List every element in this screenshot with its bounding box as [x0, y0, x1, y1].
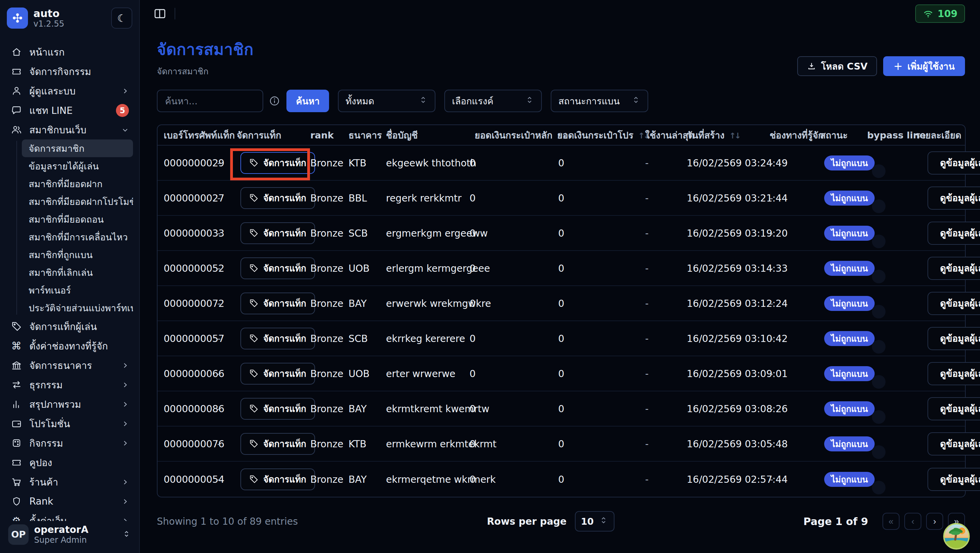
column-header[interactable]: ยอดเงินกระเป๋าโปร↑↓ — [557, 128, 649, 143]
column-header[interactable]: ยอดเงินกระเป๋าหลัก↑↓ — [475, 128, 568, 143]
sidebar-subitem[interactable]: สมาชิกที่มีการเคลื่อนไหว — [22, 228, 133, 246]
view-player-button[interactable]: ดูข้อมูลผู้เล่น — [928, 151, 980, 175]
app-identity: auto v1.2.55 — [33, 8, 106, 29]
cell-last-active: - — [645, 192, 649, 203]
sidebar-item[interactable]: จัดการกิจกรรม — [6, 62, 133, 81]
cell-details: ดูข้อมูลผู้เล่น — [928, 257, 980, 280]
cell-status: ไม่ถูกแบน — [824, 436, 875, 451]
sidebar-subitem[interactable]: ข้อมูลรายได้ผู้เล่น — [22, 157, 133, 175]
load-csv-button[interactable]: โหลด CSV — [797, 56, 877, 76]
island-widget[interactable] — [943, 523, 970, 550]
sidebar-item[interactable]: ธุรกรรม — [6, 375, 133, 394]
manage-tag-button[interactable]: จัดการแท็ก — [240, 327, 315, 350]
manage-tag-button[interactable]: จัดการแท็ก — [240, 363, 315, 385]
sidebar-item[interactable]: โปรโมชั่น — [6, 414, 133, 433]
sidebar-subitem[interactable]: จัดการสมาชิก — [22, 140, 133, 157]
sidebar-item-label: โปรโมชั่น — [29, 416, 115, 431]
view-player-button[interactable]: ดูข้อมูลผู้เล่น — [928, 292, 980, 315]
cell-last-active: - — [645, 157, 649, 168]
manage-tag-button[interactable]: จัดการแท็ก — [240, 433, 315, 455]
status-filter-select[interactable]: ทั้งหมด — [338, 90, 436, 112]
rows-per-page-select[interactable]: 10 — [575, 511, 614, 532]
view-player-button[interactable]: ดูข้อมูลผู้เล่น — [928, 397, 980, 420]
first-page-button[interactable]: « — [883, 513, 899, 530]
cell-details: ดูข้อมูลผู้เล่น — [928, 292, 980, 315]
sidebar-item[interactable]: สรุปภาพรวม — [6, 394, 133, 414]
user-menu[interactable]: OP operatorA Super Admin — [6, 521, 133, 548]
view-player-button[interactable]: ดูข้อมูลผู้เล่น — [928, 257, 980, 280]
manage-tag-button[interactable]: จัดการแท็ก — [240, 398, 315, 420]
cell-tag: - — [217, 368, 221, 379]
cell-bank: KTB — [348, 438, 367, 449]
sidebar-item[interactable]: Rank — [6, 492, 133, 511]
cell-tag: - — [217, 474, 221, 485]
ban-filter-select[interactable]: สถานะการแบน — [551, 90, 648, 112]
cell-wallet-main: 0 — [469, 368, 476, 379]
sort-icon[interactable]: ↑↓ — [729, 131, 740, 140]
sidebar-item-label: ตั้งค่าเว็บ — [29, 513, 115, 521]
rows-per-page: Rows per page 10 — [487, 511, 614, 532]
view-player-button[interactable]: ดูข้อมูลผู้เล่น — [928, 186, 980, 210]
manage-tag-button[interactable]: จัดการแท็ก — [240, 222, 315, 244]
cell-bank: SCB — [348, 227, 368, 238]
view-player-button[interactable]: ดูข้อมูลผู้เล่น — [928, 362, 980, 385]
view-player-button[interactable]: ดูข้อมูลผู้เล่น — [928, 468, 980, 491]
sidebar-item[interactable]: ⌘ตั้งค่าช่องทางที่รู้จัก — [6, 336, 133, 356]
status-badge: ไม่ถูกแบน — [824, 436, 875, 451]
cell-manage-tag: จัดการแท็ก — [240, 363, 315, 385]
view-player-button[interactable]: ดูข้อมูลผู้เล่น — [928, 222, 980, 245]
cell-account: ekrrkeg kererere — [386, 333, 465, 344]
sidebar-item[interactable]: แชท LINE5 — [6, 100, 133, 120]
sidebar-subitem[interactable]: สมาชิกที่มียอดฝาก — [22, 175, 133, 192]
info-icon[interactable] — [269, 95, 280, 107]
view-player-button[interactable]: ดูข้อมูลผู้เล่น — [928, 327, 980, 350]
sidebar-subitem[interactable]: ประวัติจ่ายส่วนแบ่งพาร์ทเนอร์ — [22, 299, 133, 317]
prev-page-button[interactable]: ‹ — [904, 513, 921, 530]
sidebar-item[interactable]: สมาชิกบนเว็บ — [6, 120, 133, 140]
cell-wallet-main: 0 — [469, 403, 476, 414]
users-icon — [10, 124, 22, 135]
next-page-button[interactable]: › — [926, 513, 943, 530]
avatar: OP — [8, 524, 29, 545]
manage-tag-button[interactable]: จัดการแท็ก — [240, 292, 315, 315]
add-user-button[interactable]: + เพิ่มผู้ใช้งาน — [883, 56, 965, 76]
cell-channel: - — [770, 262, 773, 274]
sidebar-item-label: จัดการธนาคาร — [29, 358, 115, 373]
app-version: v1.2.55 — [33, 19, 106, 29]
view-player-button[interactable]: ดูข้อมูลผู้เล่น — [928, 432, 980, 456]
tag-icon — [249, 193, 258, 202]
sidebar-item[interactable]: ร้านค้า — [6, 472, 133, 492]
sidebar-subitem[interactable]: สมาชิกที่มียอดถอน — [22, 210, 133, 228]
search-button[interactable]: ค้นหา — [286, 90, 329, 112]
wallet-icon — [10, 418, 22, 429]
manage-tag-button[interactable]: จัดการแท็ก — [240, 469, 315, 490]
sidebar-subitem[interactable]: สมาชิกที่ถูกแบน — [22, 246, 133, 264]
sidebar-item[interactable]: ผู้ดูแลระบบ — [6, 81, 133, 100]
theme-toggle-button[interactable]: ☾ — [111, 8, 132, 29]
sidebar-subitem[interactable]: พาร์ทเนอร์ — [22, 281, 133, 299]
column-header[interactable]: วันที่สร้าง↑↓ — [687, 128, 740, 143]
manage-tag-button[interactable]: จัดการแท็ก — [240, 152, 315, 174]
sidebar-item-label: Rank — [29, 496, 115, 507]
sidebar-item-label: จัดการแท็กผู้เล่น — [29, 319, 129, 334]
sidebar-item[interactable]: หน้าแรก — [6, 42, 133, 62]
sidebar-item[interactable]: จัดการธนาคาร — [6, 356, 133, 375]
sidebar-subitem[interactable]: สมาชิกที่มียอดฝากโปรโมชั่น — [22, 192, 133, 210]
topbar: 109 — [140, 0, 980, 27]
sidebar-item[interactable]: จัดการแท็กผู้เล่น — [6, 317, 133, 336]
sidebar-toggle-icon[interactable] — [153, 7, 166, 20]
sidebar-subitem[interactable]: สมาชิกที่เลิกเล่น — [22, 264, 133, 281]
rank-filter-select[interactable]: เลือกแรงค์ — [444, 90, 542, 112]
status-badge: ไม่ถูกแบน — [824, 191, 875, 206]
manage-tag-button[interactable]: จัดการแท็ก — [240, 257, 315, 279]
status-badge: ไม่ถูกแบน — [824, 331, 875, 346]
search-input[interactable] — [157, 90, 263, 112]
sidebar-item[interactable]: ⚙ตั้งค่าเว็บ — [6, 511, 133, 521]
cell-phone: 0000000086 — [164, 403, 224, 414]
sidebar-item[interactable]: คูปอง — [6, 453, 133, 472]
sidebar-item[interactable]: กิจกรรม — [6, 433, 133, 453]
manage-tag-button[interactable]: จัดการแท็ก — [240, 187, 315, 209]
cell-rank: Bronze — [310, 298, 344, 309]
cell-wallet-promo: 0 — [558, 262, 564, 274]
coupon-icon — [10, 457, 22, 468]
